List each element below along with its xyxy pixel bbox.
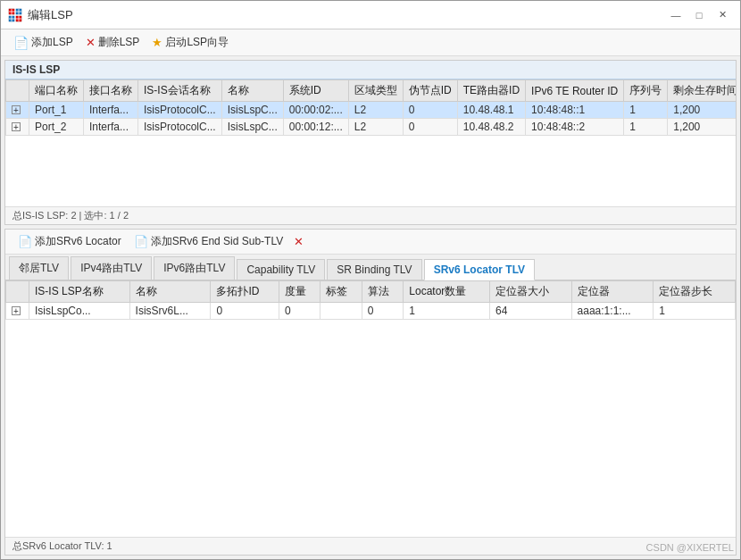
cell-area-type: L2: [348, 119, 403, 136]
col-system-id[interactable]: 系统ID: [283, 80, 348, 102]
tab-邻居tlv[interactable]: 邻居TLV: [9, 256, 69, 280]
col-定位器[interactable]: 定位器: [571, 281, 654, 303]
content-area: IS-IS LSP 端口名称 接口名称 IS-IS会话名称 名称 系统ID 区域…: [1, 56, 740, 559]
cell-area-type: L2: [348, 102, 403, 119]
delete-lsp-button[interactable]: ✕ 删除LSP: [80, 32, 146, 54]
cell-name: IsisLspC...: [221, 119, 283, 136]
maximize-button[interactable]: □: [688, 6, 710, 24]
col-ipv6-te-router-id[interactable]: IPv6 TE Router ID: [526, 80, 624, 102]
col-remaining-time[interactable]: 剩余生存时间: [668, 80, 736, 102]
cell-locator-step: 1: [654, 303, 736, 320]
expand-icon[interactable]: +: [12, 306, 21, 315]
col-定位器大小[interactable]: 定位器大小: [489, 281, 571, 303]
cell-locator-size: 64: [489, 303, 571, 320]
isis-lsp-panel: IS-IS LSP 端口名称 接口名称 IS-IS会话名称 名称 系统ID 区域…: [4, 60, 737, 225]
cell-seq-no: 1: [624, 102, 668, 119]
start-wizard-label: 启动LSP向导: [165, 35, 229, 50]
watermark: CSDN @XIXERTEL: [646, 542, 734, 553]
col-seq-no[interactable]: 序列号: [624, 80, 668, 102]
col-度量[interactable]: 度量: [279, 281, 320, 303]
tab-ipv4路由tlv[interactable]: IPv4路由TLV: [71, 256, 152, 280]
tab-srv6locatortlv[interactable]: SRv6 Locator TLV: [424, 259, 535, 280]
cell-seq-no: 1: [624, 119, 668, 136]
col-name[interactable]: 名称: [221, 80, 283, 102]
window-title: 编辑LSP: [28, 7, 73, 23]
close-button[interactable]: ✕: [712, 6, 733, 24]
add-lsp-icon: 📄: [13, 36, 29, 50]
cell-ipv6-te-router-id: 10:48:48::2: [526, 119, 624, 136]
add-lsp-button[interactable]: 📄 添加LSP: [8, 32, 79, 54]
title-bar: 编辑LSP — □ ✕: [1, 1, 740, 29]
col-isis-session[interactable]: IS-IS会话名称: [138, 80, 222, 102]
col-Locator数量[interactable]: Locator数量: [404, 281, 490, 303]
cell-remaining-time: 1,200: [668, 102, 736, 119]
add-srv6-end-sid-label: 添加SRv6 End Sid Sub-TLV: [151, 234, 284, 249]
cell-interface: Interfa...: [84, 119, 138, 136]
col-interface[interactable]: 接口名称: [84, 80, 138, 102]
col-pseudo-id[interactable]: 伪节点ID: [403, 80, 457, 102]
tab-ipv6路由tlv[interactable]: IPv6路由TLV: [154, 256, 235, 280]
cell-te-router-id: 10.48.48.1: [457, 102, 525, 119]
cell-locator: aaaa:1:1:...: [571, 303, 654, 320]
table-row[interactable]: + Port_2 Interfa... IsisProtocolC... Isi…: [6, 119, 737, 136]
col-标签[interactable]: 标签: [321, 281, 362, 303]
row-expand[interactable]: +: [6, 303, 29, 320]
table-row[interactable]: + IsisLspCo... IsisSrv6L... 0 0 0 1 64 a…: [6, 303, 736, 320]
start-wizard-button[interactable]: ★ 启动LSP向导: [146, 32, 234, 54]
col-定位器步长[interactable]: 定位器步长: [654, 281, 736, 303]
tab-srbindingtlv[interactable]: SR Binding TLV: [327, 259, 421, 280]
app-icon: [8, 8, 22, 22]
tab-capabilitytlv[interactable]: Capability TLV: [237, 259, 325, 280]
delete-lsp-icon: ✕: [86, 36, 96, 49]
title-bar-left: 编辑LSP: [8, 7, 73, 23]
row-expand[interactable]: +: [6, 119, 29, 136]
bottom-panel: 📄 添加SRv6 Locator 📄 添加SRv6 End Sid Sub-TL…: [4, 229, 737, 556]
cell-pseudo-id: 0: [403, 119, 457, 136]
add-srv6-end-sid-button[interactable]: 📄 添加SRv6 End Sid Sub-TLV: [129, 231, 289, 253]
cell-port: Port_2: [29, 119, 84, 136]
cell-ipv6-te-router-id: 10:48:48::1: [526, 102, 624, 119]
col-port-name[interactable]: 端口名称: [29, 80, 84, 102]
bottom-header-row: IS-IS LSP名称名称多拓扑ID度量标签算法Locator数量定位器大小定位…: [6, 281, 736, 303]
col-area-type[interactable]: 区域类型: [348, 80, 403, 102]
bottom-table-container[interactable]: IS-IS LSP名称名称多拓扑ID度量标签算法Locator数量定位器大小定位…: [5, 280, 736, 537]
col-多拓扑ID[interactable]: 多拓扑ID: [211, 281, 279, 303]
add-srv6-end-sid-icon: 📄: [134, 235, 148, 248]
main-window: 编辑LSP — □ ✕ 📄 添加LSP ✕ 删除LSP ★ 启动LSP向导 IS…: [0, 0, 741, 560]
col-算法[interactable]: 算法: [362, 281, 403, 303]
col-名称[interactable]: 名称: [129, 281, 211, 303]
cell-system-id: 00:00:02:...: [283, 102, 348, 119]
cell-te-router-id: 10.48.48.2: [457, 119, 525, 136]
expand-icon[interactable]: +: [12, 122, 21, 131]
col-port: [6, 80, 29, 102]
add-srv6-locator-label: 添加SRv6 Locator: [35, 234, 121, 249]
cell-tag: [321, 303, 362, 320]
delete-lsp-label: 删除LSP: [98, 35, 140, 50]
isis-lsp-table-container[interactable]: 端口名称 接口名称 IS-IS会话名称 名称 系统ID 区域类型 伪节点ID T…: [5, 79, 736, 206]
cell-system-id: 00:00:12:...: [283, 119, 348, 136]
add-lsp-label: 添加LSP: [31, 35, 73, 50]
cell-name: IsisLspC...: [221, 102, 283, 119]
delete-icon[interactable]: ✕: [290, 233, 307, 250]
isis-lsp-status-text: 总IS-IS LSP: 2 | 选中: 1 / 2: [12, 209, 129, 222]
cell-port: Port_1: [29, 102, 84, 119]
cell-lsp-name: IsisLspCo...: [29, 303, 130, 320]
isis-lsp-status: 总IS-IS LSP: 2 | 选中: 1 / 2: [5, 206, 736, 224]
expand-icon[interactable]: +: [12, 105, 21, 114]
minimize-button[interactable]: —: [665, 6, 687, 24]
bottom-table: IS-IS LSP名称名称多拓扑ID度量标签算法Locator数量定位器大小定位…: [5, 280, 736, 320]
tabs-row: 邻居TLVIPv4路由TLVIPv6路由TLVCapability TLVSR …: [5, 255, 736, 280]
col-IS-IS LSP名称[interactable]: IS-IS LSP名称: [29, 281, 130, 303]
cell-remaining-time: 1,200: [668, 119, 736, 136]
add-srv6-locator-button[interactable]: 📄 添加SRv6 Locator: [12, 231, 127, 253]
cell-metric: 0: [279, 303, 320, 320]
cell-algorithm: 0: [362, 303, 403, 320]
bottom-status-text: 总SRv6 Locator TLV: 1: [12, 539, 112, 553]
cell-locator-count: 1: [404, 303, 490, 320]
isis-lsp-label: IS-IS LSP: [12, 63, 60, 76]
cell-pseudo-id: 0: [403, 102, 457, 119]
table-row[interactable]: + Port_1 Interfa... IsisProtocolC... Isi…: [6, 102, 737, 119]
col-te-router-id[interactable]: TE路由器ID: [457, 80, 525, 102]
row-expand[interactable]: +: [6, 102, 29, 119]
cell-interface: Interfa...: [84, 102, 138, 119]
